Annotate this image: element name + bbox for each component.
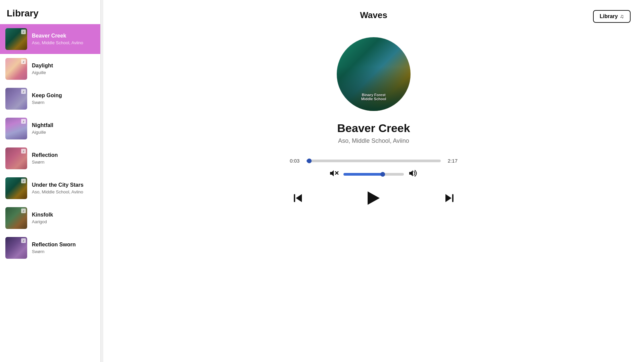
track-artist-beaver-creek: Aso, Middle School, Aviino (32, 40, 95, 45)
thumb-badge-icon: ♪ (21, 238, 26, 243)
main-content: Waves Library ♫ Beaver Creek Aso, Middle… (103, 0, 644, 362)
svg-marker-4 (296, 194, 302, 202)
track-info-keep-going: Keep GoingSwørn (32, 93, 95, 105)
volume-section (290, 170, 458, 179)
next-button[interactable] (441, 190, 458, 206)
play-triangle-icon (368, 191, 380, 205)
track-thumb-reflection: ♪ (5, 147, 27, 169)
track-thumb-daylight: ♪ (5, 58, 27, 80)
volume-thumb (380, 172, 385, 177)
track-name-under-the-city-stars: Under the City Stars (32, 182, 95, 188)
sidebar-item-beaver-creek[interactable]: ♪Beaver CreekAso, Middle School, Aviino (0, 24, 100, 54)
page-title: Waves (360, 10, 387, 20)
mute-icon[interactable] (329, 170, 339, 179)
sidebar-title: Library (0, 0, 100, 24)
track-name-kinsfolk: Kinsfolk (32, 212, 95, 218)
track-name-keep-going: Keep Going (32, 93, 95, 99)
thumb-badge-icon: ♪ (21, 208, 26, 213)
track-info-kinsfolk: KinsfolkAarigod (32, 212, 95, 224)
prev-button[interactable] (290, 190, 306, 206)
volume-high-icon[interactable] (409, 170, 418, 179)
playback-controls (290, 189, 458, 207)
header: Waves Library ♫ (117, 10, 631, 20)
track-thumb-kinsfolk: ♪ (5, 207, 27, 229)
track-info-daylight: DaylightAiguille (32, 63, 95, 75)
track-artist-kinsfolk: Aarigod (32, 219, 95, 224)
track-thumb-reflection-sworn: ♪ (5, 237, 27, 259)
sidebar-item-under-the-city-stars[interactable]: ♪Under the City StarsAso, Middle School,… (0, 173, 100, 203)
progress-bar[interactable] (307, 160, 441, 162)
play-button[interactable] (365, 189, 382, 207)
song-artists: Aso, Middle School, Aviino (338, 137, 409, 144)
progress-fill (307, 160, 309, 162)
track-info-nightfall: NightfallAiguille (32, 122, 95, 135)
track-name-beaver-creek: Beaver Creek (32, 33, 95, 39)
thumb-badge-icon: ♪ (21, 179, 26, 183)
thumb-badge-icon: ♪ (21, 29, 26, 34)
svg-marker-3 (409, 170, 413, 176)
track-info-reflection: ReflectionSwørn (32, 152, 95, 165)
sidebar-item-keep-going[interactable]: ♪Keep GoingSwørn (0, 84, 100, 114)
thumb-badge-icon: ♪ (21, 149, 26, 154)
track-name-reflection-sworn: Reflection Sworn (32, 242, 95, 248)
track-artist-keep-going: Swørn (32, 100, 95, 105)
track-thumb-nightfall: ♪ (5, 118, 27, 139)
track-artist-under-the-city-stars: Aso, Middle School, Aviino (32, 189, 95, 194)
track-name-nightfall: Nightfall (32, 122, 95, 128)
music-note-icon: ♫ (620, 13, 624, 19)
song-title: Beaver Creek (337, 122, 410, 135)
track-name-reflection: Reflection (32, 152, 95, 158)
sidebar-item-daylight[interactable]: ♪DaylightAiguille (0, 54, 100, 84)
sidebar-item-kinsfolk[interactable]: ♪KinsfolkAarigod (0, 203, 100, 233)
sidebar-divider (101, 0, 103, 362)
svg-marker-6 (445, 194, 451, 202)
sidebar: Library ♪Beaver CreekAso, Middle School,… (0, 0, 101, 362)
time-current: 0:03 (290, 158, 302, 164)
track-info-under-the-city-stars: Under the City StarsAso, Middle School, … (32, 182, 95, 194)
library-button[interactable]: Library ♫ (593, 10, 631, 23)
track-info-beaver-creek: Beaver CreekAso, Middle School, Aviino (32, 33, 95, 45)
album-art (337, 37, 411, 111)
sidebar-item-nightfall[interactable]: ♪NightfallAiguille (0, 114, 100, 143)
sidebar-item-reflection-sworn[interactable]: ♪Reflection SwornSwørn (0, 233, 100, 263)
album-art-container (337, 37, 411, 111)
svg-rect-7 (452, 194, 453, 202)
library-button-label: Library (600, 13, 618, 19)
sidebar-item-reflection[interactable]: ♪ReflectionSwørn (0, 143, 100, 173)
track-thumb-keep-going: ♪ (5, 88, 27, 110)
track-artist-reflection-sworn: Swørn (32, 249, 95, 254)
track-thumb-beaver-creek: ♪ (5, 28, 27, 50)
volume-fill (343, 173, 383, 176)
thumb-badge-icon: ♪ (21, 119, 26, 124)
track-info-reflection-sworn: Reflection SwornSwørn (32, 242, 95, 254)
volume-bar[interactable] (343, 173, 404, 176)
time-total: 2:17 (445, 158, 458, 164)
progress-section: 0:03 2:17 (290, 158, 458, 164)
track-list: ♪Beaver CreekAso, Middle School, Aviino♪… (0, 24, 100, 263)
track-thumb-under-the-city-stars: ♪ (5, 177, 27, 199)
svg-marker-0 (330, 170, 334, 176)
svg-rect-5 (294, 194, 295, 202)
track-artist-nightfall: Aiguille (32, 130, 95, 135)
thumb-badge-icon: ♪ (21, 89, 26, 94)
track-artist-reflection: Swørn (32, 160, 95, 165)
progress-thumb (307, 159, 312, 163)
track-artist-daylight: Aiguille (32, 70, 95, 75)
track-name-daylight: Daylight (32, 63, 95, 69)
thumb-badge-icon: ♪ (21, 59, 26, 64)
